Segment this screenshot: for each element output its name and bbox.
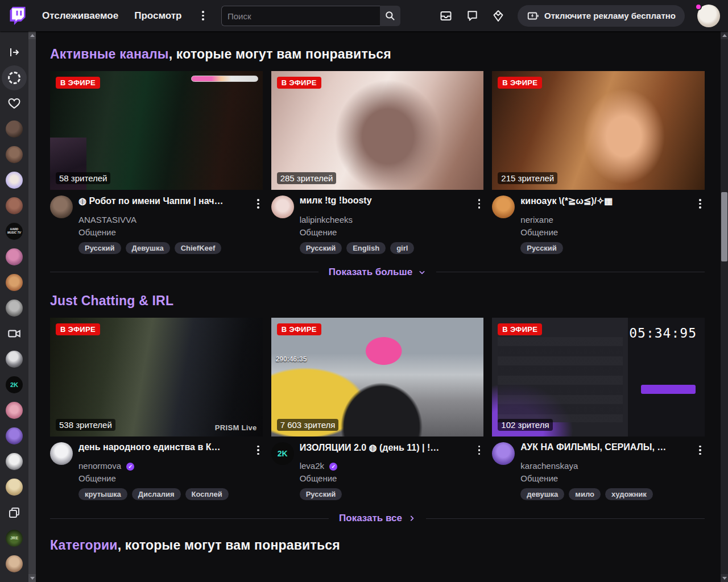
stories-button[interactable] xyxy=(2,65,27,90)
tag[interactable]: ChiefKeef xyxy=(175,242,222,254)
channel-avatar[interactable] xyxy=(6,248,23,265)
category-link[interactable]: Общение xyxy=(300,473,484,483)
stream-title[interactable]: ◍ Робот по имени Чаппи | нач… xyxy=(78,196,237,206)
stream-title[interactable]: АУК НА ФИЛЬМЫ, СЕРИАЛЫ, … xyxy=(520,442,679,452)
verified-badge-icon: ✓ xyxy=(329,463,337,471)
channel-avatar-jre[interactable]: JRE xyxy=(6,530,23,547)
channel-avatar[interactable] xyxy=(6,427,23,444)
channel-avatar-2k[interactable]: 2K xyxy=(271,442,294,465)
scroll-up-arrow[interactable] xyxy=(28,31,36,39)
stream-thumbnail[interactable]: В ЭФИРЕ 215 зрителей xyxy=(492,71,705,190)
channel-avatar[interactable] xyxy=(6,402,23,419)
user-avatar[interactable] xyxy=(697,5,720,27)
tag[interactable]: girl xyxy=(390,242,414,254)
search-button[interactable] xyxy=(380,6,400,26)
channel-avatar[interactable] xyxy=(6,172,23,189)
stream-title[interactable]: ИЗОЛЯЦИИ 2.0 ◍ (день 11) | !… xyxy=(300,442,458,453)
tag[interactable]: English xyxy=(346,242,386,254)
scroll-down-arrow[interactable] xyxy=(28,574,36,582)
channel-avatar[interactable] xyxy=(6,300,23,317)
tag[interactable]: художник xyxy=(605,488,653,500)
stream-thumbnail[interactable]: В ЭФИРЕ 538 зрителей PRISM Live xyxy=(50,318,263,436)
stream-title[interactable]: день народного единства в К… xyxy=(78,442,237,452)
channel-name[interactable]: karachenskaya xyxy=(520,461,705,471)
prism-live-watermark: PRISM Live xyxy=(215,423,257,432)
nav-browse-link[interactable]: Просмотр xyxy=(134,10,181,22)
ad-free-button[interactable]: Отключите рекламу бесплатно xyxy=(518,5,685,27)
tag[interactable]: Русский xyxy=(520,242,563,254)
show-all-label: Показать все xyxy=(339,513,402,524)
category-link[interactable]: Общение xyxy=(78,473,263,483)
card-options-icon[interactable] xyxy=(696,196,705,212)
scroll-up-arrow[interactable] xyxy=(721,31,728,39)
channel-avatar[interactable] xyxy=(6,555,23,572)
channel-avatar-2k[interactable]: 2K xyxy=(6,376,23,393)
stream-thumbnail[interactable]: В ЭФИРЕ 290:46:35 7 603 зрителя xyxy=(271,318,484,436)
channel-avatar[interactable] xyxy=(6,479,23,496)
channel-avatar[interactable] xyxy=(50,196,73,218)
card-options-icon[interactable] xyxy=(254,196,263,212)
scrollbar-thumb[interactable] xyxy=(721,192,727,261)
nav-following-link[interactable]: Отслеживаемое xyxy=(42,10,118,22)
search-input[interactable] xyxy=(221,6,380,26)
stream-thumbnail[interactable]: 05:34:95 В ЭФИРЕ 102 зрителя xyxy=(492,318,705,436)
stream-thumbnail[interactable]: В ЭФИРЕ 58 зрителей xyxy=(50,71,263,190)
channel-avatar[interactable] xyxy=(6,120,23,138)
tag[interactable]: Русский xyxy=(300,488,342,500)
channel-name[interactable]: leva2k ✓ xyxy=(300,461,484,471)
tag[interactable]: Девушка xyxy=(126,242,170,254)
whispers-icon[interactable] xyxy=(465,9,479,23)
heart-icon[interactable] xyxy=(7,97,21,110)
nav-more-menu-icon[interactable] xyxy=(198,7,208,24)
copy-squares-icon[interactable] xyxy=(7,506,21,519)
channel-avatar[interactable] xyxy=(6,351,23,368)
drops-icon[interactable] xyxy=(491,9,505,23)
channel-name[interactable]: lalipinkcheeks xyxy=(300,215,484,225)
tag[interactable]: Дислалия xyxy=(132,488,181,500)
section-heading-categories: Категории, которые могут вам понравиться xyxy=(50,538,705,553)
tag[interactable]: Русский xyxy=(78,242,121,254)
categories-link[interactable]: Категории xyxy=(50,538,118,552)
channel-name[interactable]: ANASTASIVVA xyxy=(78,215,263,225)
collapse-sidebar-icon[interactable] xyxy=(7,45,21,59)
tag[interactable]: девушка xyxy=(520,488,564,500)
stream-title[interactable]: киноаук \(*≧ω≦)/✧▦ xyxy=(520,196,679,206)
stream-thumbnail[interactable]: В ЭФИРЕ 285 зрителей xyxy=(271,71,484,190)
category-link[interactable]: Общение xyxy=(520,473,705,483)
channel-avatar[interactable] xyxy=(50,442,73,465)
category-link[interactable]: Общение xyxy=(78,227,263,237)
card-options-icon[interactable] xyxy=(475,196,484,212)
channel-avatar[interactable] xyxy=(492,196,515,218)
card-options-icon[interactable] xyxy=(696,442,705,459)
tag[interactable]: мило xyxy=(569,488,601,500)
channel-avatar[interactable] xyxy=(271,196,294,218)
category-link[interactable]: Общение xyxy=(300,227,484,237)
scroll-down-arrow[interactable] xyxy=(721,574,728,582)
tag[interactable]: Косплей xyxy=(185,488,229,500)
show-more-button[interactable]: Показать больше xyxy=(318,267,436,278)
channel-avatar[interactable] xyxy=(6,274,23,291)
twitch-logo-icon[interactable] xyxy=(9,7,26,25)
left-sidebar: HARD MUSIC TV 2K JRE xyxy=(0,31,28,582)
channel-avatar[interactable] xyxy=(6,197,23,214)
video-camera-icon[interactable] xyxy=(7,326,22,341)
category-link[interactable]: Общение xyxy=(520,227,705,237)
card-options-icon[interactable] xyxy=(254,442,263,459)
tag[interactable]: Русский xyxy=(300,242,342,254)
channel-avatar-hardmusic[interactable]: HARD MUSIC TV xyxy=(6,223,23,240)
stream-title[interactable]: милк !tg !boosty xyxy=(300,196,458,206)
inbox-icon[interactable] xyxy=(439,9,453,23)
viewer-count: 102 зрителя xyxy=(498,419,552,431)
channel-avatar[interactable] xyxy=(6,146,23,163)
page-scrollbar[interactable] xyxy=(721,31,728,582)
live-channels-link[interactable]: Активные каналы xyxy=(50,47,169,61)
just-chatting-link[interactable]: Just Chatting & IRL xyxy=(50,293,173,308)
show-all-button[interactable]: Показать все xyxy=(329,513,426,524)
channel-name[interactable]: nenormova ✓ xyxy=(78,461,263,471)
channel-avatar[interactable] xyxy=(6,453,23,470)
card-options-icon[interactable] xyxy=(475,442,484,459)
channel-name[interactable]: nerixane xyxy=(520,215,705,225)
tag[interactable]: крутышка xyxy=(78,488,127,500)
sidebar-scrollbar[interactable] xyxy=(28,31,36,582)
channel-avatar[interactable] xyxy=(492,442,515,465)
